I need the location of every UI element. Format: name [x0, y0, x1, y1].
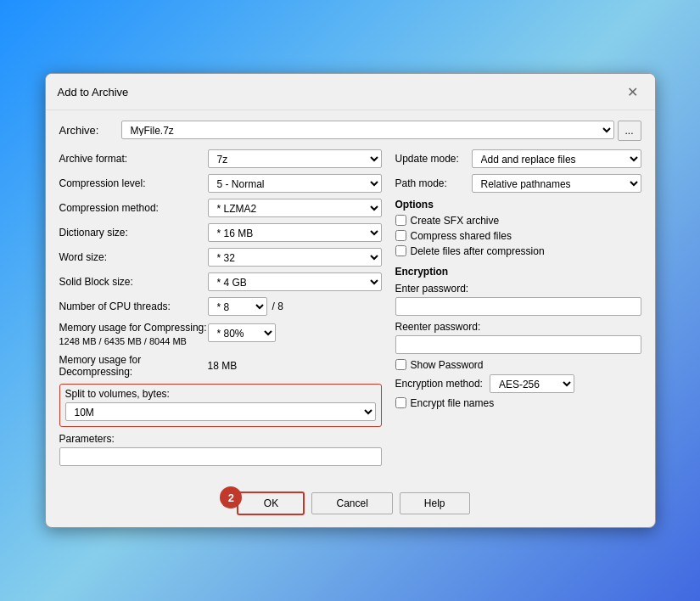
compress-shared-checkbox[interactable]	[395, 230, 406, 241]
archive-label: Archive:	[59, 124, 115, 137]
parameters-row: Parameters:	[59, 433, 382, 466]
create-sfx-checkbox[interactable]	[395, 215, 406, 226]
reenter-password-label: Reenter password:	[395, 321, 641, 333]
archive-row: Archive: MyFile.7z ...	[59, 121, 641, 141]
mem-decompress-label: Memory usage for Decompressing:	[59, 354, 208, 378]
params-input[interactable]	[59, 447, 382, 466]
mem-decompress-value: 18 MB	[208, 360, 238, 372]
help-button[interactable]: Help	[400, 492, 470, 514]
solid-block-select[interactable]: * 4 GB	[208, 272, 382, 291]
show-password-row: Show Password	[395, 359, 641, 371]
delete-files-label[interactable]: Delete files after compression	[411, 245, 545, 257]
show-password-checkbox[interactable]	[395, 359, 406, 370]
dictionary-size-row: Dictionary size: * 16 MB	[59, 223, 382, 242]
cancel-button[interactable]: Cancel	[311, 492, 392, 514]
word-size-row: Word size: * 32	[59, 248, 382, 267]
show-password-label[interactable]: Show Password	[411, 359, 484, 371]
dialog-footer: 1 2 OK Cancel Help	[46, 483, 655, 527]
right-column: Update mode: Add and replace files Path …	[395, 149, 641, 473]
encryption-method-label: Encryption method:	[395, 378, 483, 390]
encrypt-names-label[interactable]: Encrypt file names	[411, 397, 495, 409]
word-size-select[interactable]: * 32	[208, 248, 382, 267]
encryption-title: Encryption	[395, 266, 641, 278]
archive-path-group: MyFile.7z ...	[121, 121, 641, 141]
mem-compress-row: Memory usage for Compressing: 1248 MB / …	[59, 322, 382, 348]
dictionary-size-select[interactable]: * 16 MB	[208, 223, 382, 242]
dialog-title: Add to Archive	[58, 86, 129, 98]
encryption-group: Encryption Enter password: Reenter passw…	[395, 266, 641, 409]
options-group: Options Create SFX archive Compress shar…	[395, 199, 641, 257]
mem-decompress-row: Memory usage for Decompressing: 18 MB	[59, 354, 382, 378]
create-sfx-row: Create SFX archive	[395, 215, 641, 227]
compression-level-row: Compression level: 5 - Normal	[59, 174, 382, 193]
title-bar: Add to Archive ✕	[46, 74, 655, 110]
archive-format-select[interactable]: 7z	[208, 149, 382, 168]
split-volumes-section: Split to volumes, bytes: 10M	[59, 384, 382, 427]
archive-path-select[interactable]: MyFile.7z	[121, 121, 614, 139]
update-mode-row: Update mode: Add and replace files	[395, 149, 641, 168]
path-mode-row: Path mode: Relative pathnames	[395, 174, 641, 193]
cpu-threads-of: / 8	[272, 300, 283, 312]
mem-compress-select[interactable]: * 80%	[208, 323, 276, 342]
enter-password-input[interactable]	[395, 297, 641, 316]
dictionary-size-label: Dictionary size:	[59, 227, 208, 239]
params-label: Parameters:	[59, 433, 382, 445]
reenter-password-input[interactable]	[395, 335, 641, 354]
mem-compress-label: Memory usage for Compressing: 1248 MB / …	[59, 322, 208, 348]
split-label: Split to volumes, bytes:	[65, 388, 376, 400]
add-to-archive-dialog: Add to Archive ✕ Archive: MyFile.7z ... …	[45, 73, 656, 528]
path-mode-label: Path mode:	[395, 177, 472, 189]
split-select[interactable]: 10M	[65, 402, 376, 421]
compression-method-label: Compression method:	[59, 202, 208, 214]
close-button[interactable]: ✕	[623, 82, 643, 103]
encrypt-names-row: Encrypt file names	[395, 397, 641, 409]
create-sfx-label[interactable]: Create SFX archive	[411, 215, 500, 227]
compression-method-row: Compression method: * LZMA2	[59, 199, 382, 217]
update-mode-select[interactable]: Add and replace files	[472, 149, 641, 168]
left-column: Archive format: 7z Compression level: 5 …	[59, 149, 382, 473]
cpu-threads-select[interactable]: * 8	[208, 297, 267, 316]
cpu-threads-row: Number of CPU threads: * 8 / 8	[59, 297, 382, 316]
path-mode-select[interactable]: Relative pathnames	[472, 174, 641, 193]
encryption-method-select[interactable]: AES-256	[490, 374, 574, 393]
browse-button[interactable]: ...	[618, 121, 641, 141]
encryption-method-row: Encryption method: AES-256	[395, 374, 641, 393]
solid-block-row: Solid Block size: * 4 GB	[59, 272, 382, 291]
delete-files-checkbox[interactable]	[395, 245, 406, 256]
encrypt-names-checkbox[interactable]	[395, 397, 406, 408]
archive-format-row: Archive format: 7z	[59, 149, 382, 168]
archive-format-label: Archive format:	[59, 153, 208, 165]
ok-button[interactable]: OK	[237, 491, 305, 515]
solid-block-label: Solid Block size:	[59, 276, 208, 288]
enter-password-label: Enter password:	[395, 283, 641, 295]
compression-level-select[interactable]: 5 - Normal	[208, 174, 382, 193]
cpu-threads-label: Number of CPU threads:	[59, 300, 208, 312]
update-mode-label: Update mode:	[395, 153, 472, 165]
options-title: Options	[395, 199, 641, 211]
compression-level-label: Compression level:	[59, 177, 208, 189]
compression-method-select[interactable]: * LZMA2	[208, 199, 382, 217]
compress-shared-label[interactable]: Compress shared files	[411, 230, 512, 242]
word-size-label: Word size:	[59, 251, 208, 263]
delete-files-row: Delete files after compression	[395, 245, 641, 257]
compress-shared-row: Compress shared files	[395, 230, 641, 242]
